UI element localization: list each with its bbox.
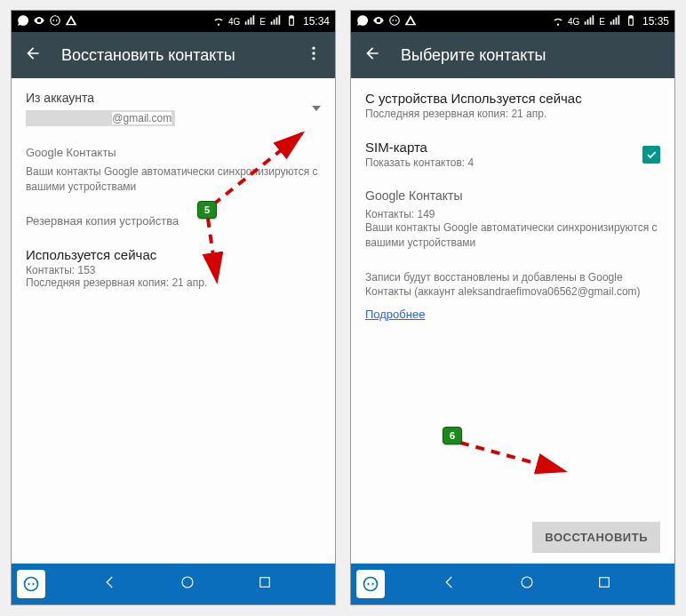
device-now-backup: Последняя резервная копия: 21 апр. <box>26 276 321 289</box>
svg-point-7 <box>390 16 400 26</box>
nav-home-icon[interactable] <box>519 574 535 594</box>
network-4g: 4G <box>228 17 240 27</box>
google-contacts-sub: Ваши контакты Google автоматически синхр… <box>365 220 660 251</box>
signal-icon-2 <box>269 14 282 28</box>
phone-right: 4G E 15:35 Выберите контакты С устройств… <box>350 10 675 605</box>
content-pane: С устройства Используется сейчас Последн… <box>351 78 674 564</box>
account-selector[interactable]: Из аккаунта @gmail.com <box>26 91 321 126</box>
back-icon[interactable] <box>363 44 381 66</box>
device-backup-item[interactable]: Используется сейчас Контакты: 153 Послед… <box>26 247 321 289</box>
signal-icon <box>583 14 595 28</box>
svg-rect-6 <box>259 578 269 588</box>
whatsapp-icon <box>356 14 369 28</box>
teamviewer-status-icon <box>388 14 401 28</box>
page-title: Выберите контакты <box>401 46 662 65</box>
google-contacts-header: Google Контакты <box>365 188 660 203</box>
app-bar: Восстановить контакты <box>12 32 335 78</box>
network-e: E <box>259 17 266 27</box>
svg-point-8 <box>364 578 378 591</box>
teamviewer-icon[interactable] <box>17 570 45 598</box>
from-account-label: Из аккаунта <box>26 91 175 105</box>
backup-header: Резервная копия устройства <box>26 214 321 228</box>
status-time: 15:35 <box>642 15 669 28</box>
nav-recent-icon[interactable] <box>257 574 273 594</box>
battery-icon <box>625 14 637 28</box>
device-now-count: Контакты: 153 <box>26 264 321 276</box>
network-4g: 4G <box>568 17 579 27</box>
signal-icon <box>243 14 256 28</box>
wifi-icon <box>212 14 225 28</box>
step-badge-5: 5 <box>197 201 217 219</box>
wifi-icon <box>552 14 564 28</box>
step-badge-6: 6 <box>443 427 462 444</box>
google-contacts-header: Google Контакты <box>26 146 321 159</box>
nav-bar <box>12 564 335 604</box>
nav-back-icon[interactable] <box>102 574 118 594</box>
eye-icon <box>372 14 385 28</box>
teamviewer-icon[interactable] <box>356 570 385 598</box>
svg-point-3 <box>312 57 315 60</box>
google-contacts-sub: Ваши контакты Google автоматически синхр… <box>26 164 321 195</box>
sim-checkbox[interactable] <box>642 146 660 164</box>
nav-recent-icon[interactable] <box>596 574 612 594</box>
svg-point-1 <box>312 47 315 50</box>
svg-point-4 <box>25 578 38 591</box>
back-icon[interactable] <box>24 44 42 66</box>
network-e: E <box>599 17 605 27</box>
sim-card-item[interactable]: SIM-карта Показать контактов: 4 <box>365 140 660 169</box>
status-time: 15:34 <box>303 15 330 28</box>
sim-count: Показать контактов: 4 <box>365 156 474 169</box>
svg-point-2 <box>312 52 315 54</box>
page-title: Восстановить контакты <box>61 46 285 65</box>
app-bar: Выберите контакты <box>351 32 674 78</box>
device-title: С устройства Используется сейчас <box>365 91 660 106</box>
teamviewer-status-icon <box>49 14 61 28</box>
battery-icon <box>285 14 298 28</box>
google-contacts-count: Контакты: 149 <box>365 208 660 220</box>
warning-icon <box>65 14 77 28</box>
learn-more-link[interactable]: Подробнее <box>365 308 425 321</box>
signal-icon-2 <box>609 14 621 28</box>
svg-point-0 <box>51 16 60 26</box>
whatsapp-icon <box>17 14 29 28</box>
overflow-icon[interactable] <box>305 44 323 66</box>
svg-point-9 <box>522 577 532 588</box>
warning-icon <box>404 14 417 28</box>
restore-button[interactable]: ВОССТАНОВИТЬ <box>532 522 660 553</box>
nav-bar <box>351 564 674 604</box>
phone-left: 4G E 15:34 Восстановить контакты Из акка… <box>11 10 336 605</box>
status-bar: 4G E 15:35 <box>351 11 674 32</box>
svg-point-5 <box>182 577 193 588</box>
nav-back-icon[interactable] <box>442 574 458 594</box>
nav-home-icon[interactable] <box>179 574 195 594</box>
device-backup: Последняя резервная копия: 21 апр. <box>365 108 660 120</box>
eye-icon <box>33 14 45 28</box>
svg-rect-10 <box>599 578 609 588</box>
device-now-title: Используется сейчас <box>26 247 321 262</box>
status-bar: 4G E 15:34 <box>12 11 335 32</box>
restore-info: Записи будут восстановлены и добавлены в… <box>365 270 660 300</box>
account-email: @gmail.com <box>26 110 175 126</box>
content-pane: Из аккаунта @gmail.com Google Контакты В… <box>12 78 335 564</box>
sim-title: SIM-карта <box>365 140 474 155</box>
dropdown-icon[interactable] <box>312 106 321 111</box>
